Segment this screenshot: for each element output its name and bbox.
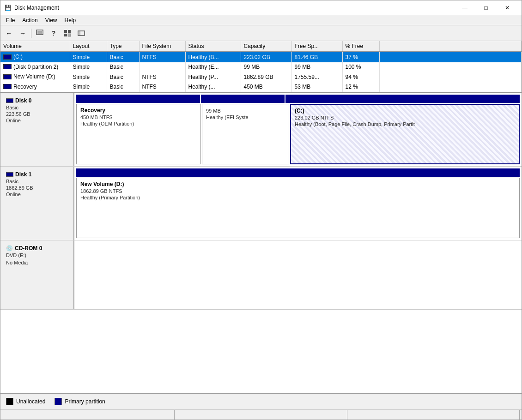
disk0-bar-0: [76, 95, 200, 103]
cdrom0-partitions: [74, 240, 522, 309]
col-capacity[interactable]: Capacity: [241, 41, 291, 52]
disk1-part-title-0: New Volume (D:): [80, 181, 516, 187]
disk0-bar-2: [285, 95, 520, 103]
toolbar: ← → ?: [0, 25, 522, 41]
menu-file[interactable]: File: [2, 16, 18, 24]
col-type[interactable]: Type: [107, 41, 139, 52]
disk0-part-title-0: Recovery: [80, 107, 197, 114]
cdrom-icon: 💿: [6, 245, 13, 252]
cell-layout-1: Simple: [70, 62, 107, 72]
properties-button[interactable]: [61, 27, 74, 39]
vol-icon-1: [3, 64, 12, 69]
vol-icon-2: [3, 74, 12, 79]
cell-fs-3: NTFS: [139, 82, 185, 92]
col-status[interactable]: Status: [185, 41, 241, 52]
app-icon: 💾: [4, 4, 12, 12]
volume-row-2[interactable]: New Volume (D:) Simple Basic NTFS Health…: [0, 72, 522, 82]
disk0-title: Disk 0: [6, 97, 68, 104]
cell-status-1: Healthy (E...: [185, 62, 241, 72]
col-filesystem[interactable]: File System: [139, 41, 185, 52]
extend-button[interactable]: [75, 27, 88, 39]
disk1-partition-0[interactable]: New Volume (D:)1862.89 GB NTFSHealthy (P…: [76, 178, 520, 238]
disk0-part-sub2-2: Healthy (Boot, Page File, Crash Dump, Pr…: [295, 121, 515, 127]
disk-view: Disk 0 Basic 223.56 GB Online Recovery45…: [0, 93, 522, 393]
menu-help[interactable]: Help: [61, 16, 80, 24]
volume-row-3[interactable]: Recovery Simple Basic NTFS Healthy (... …: [0, 82, 522, 92]
disk1-partitions: New Volume (D:)1862.89 GB NTFSHealthy (P…: [74, 167, 522, 240]
maximize-button[interactable]: □: [475, 0, 497, 15]
volume-table: Volume Layout Type File System Status Ca…: [0, 41, 522, 92]
disk1-name: Disk 1: [15, 171, 31, 178]
legend-primary-label: Primary partition: [65, 398, 105, 405]
status-pane-3: [347, 410, 520, 420]
cell-capacity-3: 450 MB: [241, 82, 291, 92]
forward-button[interactable]: →: [16, 27, 29, 39]
main-window: 💾 Disk Management — □ ✕ File Action View…: [0, 0, 522, 420]
disk0-name: Disk 0: [15, 97, 31, 104]
status-pane-2: [175, 410, 347, 420]
cdrom0-row: 💿 CD-ROM 0 DVD (E:) No Media: [0, 240, 522, 310]
disk1-detail-row: New Volume (D:)1862.89 GB NTFSHealthy (P…: [76, 178, 520, 238]
cell-pct-1: 100 %: [342, 62, 379, 72]
cell-status-2: Healthy (P...: [185, 72, 241, 82]
col-pct[interactable]: % Free: [342, 41, 379, 52]
cell-layout-2: Simple: [70, 72, 107, 82]
legend-unallocated-label: Unallocated: [16, 398, 45, 405]
disk1-type: Basic: [6, 179, 68, 184]
cell-type-2: Basic: [107, 72, 139, 82]
cdrom0-name: CD-ROM 0: [15, 245, 42, 252]
cell-type-0: Basic: [107, 52, 139, 62]
cell-capacity-0: 223.02 GB: [241, 52, 291, 62]
cell-pct-3: 12 %: [342, 82, 379, 92]
toolbar-separator-1: [31, 29, 31, 38]
disk0-detail-row: Recovery450 MB NTFSHealthy (OEM Partitio…: [76, 104, 520, 164]
menu-bar: File Action View Help: [0, 15, 522, 25]
cell-volume-3: Recovery: [0, 82, 70, 92]
cell-layout-3: Simple: [70, 82, 107, 92]
disk1-bar-0: [76, 168, 520, 177]
disk0-size: 223.56 GB: [6, 111, 68, 117]
svg-rect-2: [64, 30, 67, 33]
disk1-size: 1862.89 GB: [6, 185, 68, 191]
disk-view-button[interactable]: [33, 27, 46, 39]
cell-free-0: 81.46 GB: [291, 52, 342, 62]
volume-row-0[interactable]: (C:) Simple Basic NTFS Healthy (B... 223…: [0, 52, 522, 62]
minimize-button[interactable]: —: [454, 0, 475, 15]
cell-fs-0: NTFS: [139, 52, 185, 62]
window-title: Disk Management: [14, 5, 454, 11]
cdrom0-status: No Media: [6, 260, 68, 265]
cell-pct-2: 94 %: [342, 72, 379, 82]
menu-view[interactable]: View: [42, 16, 61, 24]
cell-status-3: Healthy (...: [185, 82, 241, 92]
extend-icon: [78, 30, 85, 37]
disk0-part-sub1-0: 450 MB NTFS: [80, 114, 197, 120]
legend-bar: Unallocated Primary partition: [0, 393, 522, 409]
cell-capacity-1: 99 MB: [241, 62, 291, 72]
disk0-partition-2[interactable]: (C:)223.02 GB NTFSHealthy (Boot, Page Fi…: [290, 104, 520, 164]
col-free[interactable]: Free Sp...: [291, 41, 342, 52]
col-volume[interactable]: Volume: [0, 41, 70, 52]
help-button[interactable]: ?: [47, 27, 60, 39]
legend-unallocated-box: [6, 398, 13, 405]
cell-capacity-2: 1862.89 GB: [241, 72, 291, 82]
disk0-part-sub1-1: 99 MB: [206, 108, 285, 114]
cell-volume-2: New Volume (D:): [0, 72, 70, 82]
disk0-part-sub1-2: 223.02 GB NTFS: [295, 115, 515, 120]
menu-action[interactable]: Action: [18, 16, 41, 24]
vol-icon-0: [3, 54, 12, 60]
disk0-partition-1[interactable]: 99 MBHealthy (EFI Syste: [202, 104, 289, 164]
svg-rect-3: [68, 30, 71, 33]
disk0-bar-1: [201, 95, 285, 103]
cell-free-1: 99 MB: [291, 62, 342, 72]
cell-volume-0: (C:): [0, 52, 70, 62]
volume-row-1[interactable]: (Disk 0 partition 2) Simple Basic Health…: [0, 62, 522, 72]
vol-icon-3: [3, 84, 12, 89]
close-button[interactable]: ✕: [497, 0, 518, 15]
cdrom0-title: 💿 CD-ROM 0: [6, 245, 68, 252]
cdrom0-type: DVD (E:): [6, 252, 68, 258]
back-button[interactable]: ←: [2, 27, 15, 39]
disk0-partition-0[interactable]: Recovery450 MB NTFSHealthy (OEM Partitio…: [76, 104, 201, 164]
svg-rect-4: [64, 34, 67, 36]
col-layout[interactable]: Layout: [70, 41, 107, 52]
cell-type-1: Basic: [107, 62, 139, 72]
